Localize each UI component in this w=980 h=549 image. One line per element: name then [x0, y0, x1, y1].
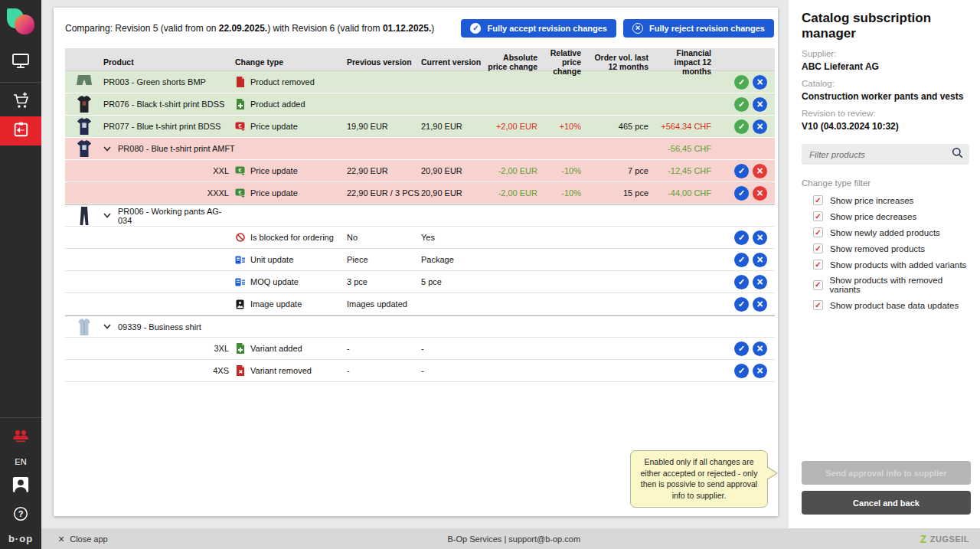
sidebar-item-profile[interactable]	[0, 472, 41, 501]
filter-show-price-decreases[interactable]: ✓Show price decreases	[813, 211, 969, 221]
accept-change-button[interactable]: ✓	[734, 97, 749, 112]
checkbox-checked-icon[interactable]: ✓	[813, 260, 823, 270]
chevron-down-icon[interactable]	[103, 146, 111, 152]
svg-text:?: ?	[18, 509, 24, 518]
price-decrease-icon: €	[235, 165, 245, 176]
table-header-row: Product Change type Previous version Cur…	[65, 48, 775, 71]
reject-change-button[interactable]: ×	[753, 97, 767, 112]
reject-change-button[interactable]: ×	[753, 75, 767, 90]
clipboard-arrow-icon	[12, 121, 29, 141]
logo-blob-shape	[15, 15, 34, 34]
variant-row: XXXL €Price update 22,90 EUR / 3 PCS 20,…	[65, 182, 775, 204]
col-order-volume: Order vol. last 12 months	[586, 48, 653, 76]
current-version-value: -	[421, 338, 488, 359]
product-name: PR003 - Green shorts BMP	[103, 71, 235, 93]
fully-accept-button[interactable]: ✓ Fully accept revision changes	[461, 19, 616, 38]
product-name: PR006 - Working pants AG-034	[118, 207, 235, 225]
chevron-down-icon[interactable]	[103, 213, 111, 218]
checkbox-checked-icon[interactable]: ✓	[813, 300, 823, 310]
absolute-price-change-value: -2,00 EUR	[488, 160, 542, 181]
accept-change-button[interactable]: ✓	[734, 341, 749, 356]
product-image	[65, 93, 103, 115]
sidebar-item-catalog-import-active[interactable]	[0, 116, 41, 145]
filter-products-input[interactable]	[809, 150, 952, 159]
previous-version-value: Images updated	[347, 293, 421, 315]
search-icon[interactable]	[952, 147, 963, 162]
checkbox-checked-icon[interactable]: ✓	[813, 211, 823, 221]
send-approval-button[interactable]: Send approval info to supplier	[802, 461, 971, 485]
previous-version-value: -	[347, 360, 421, 381]
variant-name: XXXL	[103, 182, 235, 204]
variant-row: XXL €Price update 22,90 EUR 20,90 EUR -2…	[65, 160, 775, 182]
accept-change-button[interactable]: ✓	[734, 75, 749, 90]
variant-removed-icon	[235, 365, 245, 376]
current-version-value: 20,90 EUR	[421, 160, 488, 181]
product-image	[65, 116, 103, 137]
catalog-value: Construction worker pants and vests	[802, 91, 969, 102]
checkbox-checked-icon[interactable]: ✓	[813, 280, 823, 290]
filter-show-price-increases[interactable]: ✓Show price increases	[813, 195, 969, 205]
reject-change-button[interactable]: ×	[753, 297, 767, 312]
relative-price-change-value: -10%	[542, 160, 586, 181]
accept-change-button[interactable]: ✓	[734, 230, 749, 245]
change-type-label: Price update	[250, 122, 298, 131]
sidebar-item-users[interactable]	[0, 423, 41, 452]
product-added-icon	[235, 99, 245, 109]
chevron-down-icon[interactable]	[103, 324, 111, 329]
accept-change-button[interactable]: ✓	[734, 297, 749, 312]
accept-change-button[interactable]: ✓	[734, 275, 749, 289]
reject-change-button[interactable]: ×	[753, 230, 767, 245]
product-image	[65, 138, 103, 159]
reject-change-button[interactable]: ×	[753, 275, 767, 289]
cancel-and-back-button[interactable]: Cancel and back	[802, 491, 971, 515]
compare-bar: Comparing: Revision 5 (valid from on 22.…	[54, 8, 778, 48]
sidebar-item-help[interactable]: ?	[0, 501, 41, 530]
financial-impact-value: -12,45 CHF	[653, 160, 716, 181]
checkbox-checked-icon[interactable]: ✓	[813, 243, 823, 253]
catalog-subscription-panel: Catalog subscription manager Supplier: A…	[789, 0, 980, 528]
filter-show-products-added-variants[interactable]: ✓Show products with added variants	[813, 260, 969, 270]
table-row: PR077 - Blue t-shirt print BDSS €Price u…	[65, 116, 775, 138]
sidebar-divider-bottom	[0, 417, 41, 418]
reject-change-button[interactable]: ×	[753, 119, 767, 134]
unit-update-icon	[235, 254, 245, 265]
change-type-filter-title: Change type filter	[802, 178, 969, 188]
accept-check-icon: ✓	[470, 23, 481, 34]
financial-impact-value: +564.34 CHF	[653, 116, 716, 137]
change-type-label: Price update	[250, 166, 298, 175]
reject-change-button[interactable]: ×	[753, 364, 767, 378]
sidebar-item-monitor[interactable]	[0, 48, 41, 77]
previous-version-value: Piece	[347, 249, 421, 270]
filter-show-removed-products[interactable]: ✓Show removed products	[813, 243, 969, 253]
price-decrease-icon: €	[235, 188, 245, 198]
change-type-label: Is blocked for ordering	[250, 233, 334, 242]
accept-change-button[interactable]: ✓	[734, 253, 749, 267]
product-group-row: PR080 - Blue t-shirt print AMFT -56,45 C…	[65, 138, 775, 160]
reject-change-button[interactable]: ×	[753, 253, 767, 267]
financial-impact-value: -44,00 CHF	[653, 182, 716, 204]
product-name: PR080 - Blue t-shirt print AMFT	[118, 144, 235, 153]
language-selector[interactable]: EN	[15, 457, 26, 466]
reject-change-button[interactable]: ×	[753, 186, 767, 201]
reject-change-button[interactable]: ×	[753, 164, 767, 178]
close-app-button[interactable]: × Close app	[58, 534, 108, 544]
filter-show-newly-added-products[interactable]: ✓Show newly added products	[813, 227, 969, 237]
current-version-value: Package	[421, 249, 488, 270]
reject-change-button[interactable]: ×	[753, 341, 767, 356]
filter-show-product-base-data-updates[interactable]: ✓Show product base data updates	[813, 300, 969, 310]
catalog-label: Catalog:	[802, 79, 969, 88]
accept-change-button[interactable]: ✓	[734, 164, 749, 178]
checkbox-checked-icon[interactable]: ✓	[813, 195, 823, 205]
checkbox-checked-icon[interactable]: ✓	[813, 227, 823, 237]
avatar-icon	[12, 476, 29, 496]
users-red-icon	[11, 430, 30, 446]
sidebar-item-cart[interactable]	[0, 87, 41, 116]
fully-reject-button[interactable]: × Fully reject revision changes	[623, 19, 774, 38]
accept-change-button[interactable]: ✓	[734, 119, 749, 134]
comparing-revisions-text: Comparing: Revision 5 (valid from on 22.…	[65, 23, 434, 34]
accept-change-button[interactable]: ✓	[734, 364, 749, 378]
accept-change-button[interactable]: ✓	[734, 186, 749, 201]
cart-plus-icon	[11, 91, 30, 113]
filter-show-products-removed-variants[interactable]: ✓Show products with removed variants	[813, 276, 969, 294]
previous-version-value: -	[347, 338, 421, 359]
